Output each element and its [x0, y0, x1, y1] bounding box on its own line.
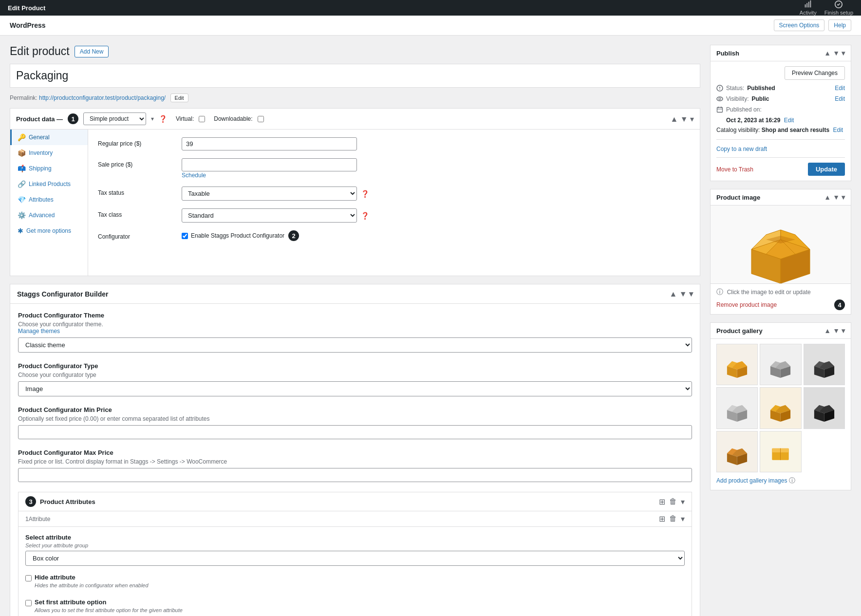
copy-attribute-icon[interactable]: ⊞: [659, 497, 665, 506]
published-edit-link[interactable]: Edit: [784, 117, 794, 124]
type-select[interactable]: Image 3D Model Text Color: [18, 381, 692, 396]
staggs-builder-title: Staggs Configurator Builder: [17, 290, 108, 298]
info-icon: ⓘ: [716, 288, 723, 296]
chevron-down-icon: ▼: [833, 49, 840, 57]
hide-attribute-checkbox[interactable]: [25, 575, 32, 581]
tab-linked-products[interactable]: 🔗 Linked Products: [10, 176, 88, 192]
configurator-checkbox[interactable]: [182, 233, 188, 239]
tax-class-select[interactable]: Standard Reduced rate Zero rate: [182, 208, 357, 223]
visibility-edit-link[interactable]: Edit: [835, 95, 845, 102]
collapse-icon[interactable]: ▾: [681, 514, 685, 523]
status-label-group: Status: Published: [716, 85, 775, 92]
screen-options-button[interactable]: Screen Options: [774, 19, 825, 31]
expand-attribute-icon[interactable]: ▾: [681, 497, 685, 506]
schedule-link[interactable]: Schedule: [182, 172, 206, 179]
diamond-icon: 💎: [18, 196, 26, 204]
configurator-checkbox-row: Enable Staggs Product Configurator: [182, 232, 284, 239]
select-attribute-select[interactable]: Box color Box size Material: [25, 551, 685, 566]
product-gallery-panel: Product gallery ▲ ▼ ▾: [710, 322, 851, 490]
product-data-wrap: 🔑 General 📦 Inventory 📫 Shipping 🔗 Linke…: [10, 130, 700, 276]
catalog-label: Catalog visibility:: [716, 127, 760, 133]
chevron-up-icon: ▲: [824, 49, 831, 57]
catalog-value: Shop and search results: [762, 127, 829, 133]
gallery-thumb-1[interactable]: [716, 344, 758, 385]
sale-price-input[interactable]: [182, 158, 357, 171]
copy-icon[interactable]: ⊞: [659, 514, 665, 523]
downloadable-checkbox[interactable]: [258, 116, 264, 122]
product-data-tabs: 🔑 General 📦 Inventory 📫 Shipping 🔗 Linke…: [10, 130, 88, 276]
add-gallery-link[interactable]: Add product gallery images: [716, 477, 787, 484]
preview-row: Preview Changes: [716, 66, 845, 85]
tax-class-help-icon[interactable]: ❓: [361, 212, 369, 220]
published-label-group: Published on:: [716, 106, 762, 113]
main-column: Edit product Add New Permalink: http://p…: [10, 45, 700, 616]
gallery-thumb-8[interactable]: [760, 431, 801, 472]
gallery-thumb-3[interactable]: [804, 344, 845, 385]
min-price-label: Product Configurator Min Price: [18, 406, 692, 413]
gallery-thumb-5[interactable]: [760, 387, 801, 429]
sale-price-label: Sale price ($): [98, 158, 176, 168]
help-button[interactable]: Help: [828, 19, 851, 31]
catalog-edit-link[interactable]: Edit: [833, 127, 843, 133]
attribute-row-header: 1 Attribute ⊞ 🗑 ▾: [19, 511, 692, 527]
product-image-area[interactable]: [711, 205, 851, 284]
min-price-input[interactable]: [18, 425, 692, 439]
tab-general[interactable]: 🔑 General: [10, 130, 88, 145]
regular-price-input[interactable]: [182, 137, 357, 150]
virtual-checkbox[interactable]: [199, 116, 205, 122]
help-icon-product-type[interactable]: ❓: [159, 115, 167, 123]
delete-attribute-icon[interactable]: 🗑: [669, 497, 677, 506]
add-new-button[interactable]: Add New: [75, 46, 109, 57]
theme-select[interactable]: Classic theme Modern theme Minimal theme: [18, 337, 692, 353]
side-column: Publish ▲ ▼ ▾ Preview Changes: [710, 45, 851, 616]
regular-price-label: Regular price ($): [98, 137, 176, 147]
remove-product-image-link[interactable]: Remove product image: [716, 301, 777, 308]
product-title-input[interactable]: [16, 68, 694, 83]
product-type-select[interactable]: Simple product Variable product Grouped …: [83, 112, 146, 125]
max-price-input[interactable]: [18, 468, 692, 482]
copy-draft-link[interactable]: Copy to a new draft: [716, 146, 845, 152]
catalog-row: Catalog visibility: Shop and search resu…: [716, 127, 845, 133]
permalink-edit-button[interactable]: Edit: [170, 93, 188, 102]
publish-panel-controls[interactable]: ▲ ▼ ▾: [824, 49, 845, 57]
product-data-collapse-controls[interactable]: ▲ ▼ ▾: [670, 114, 694, 124]
svg-rect-10: [717, 108, 723, 112]
calendar-icon: [716, 106, 723, 113]
gallery-thumb-4[interactable]: [716, 387, 758, 429]
tab-advanced[interactable]: ⚙️ Advanced: [10, 207, 88, 223]
activity-button[interactable]: Activity: [800, 0, 817, 16]
publish-divider: [716, 139, 845, 140]
set-first-desc: Allows you to set the first attribute op…: [35, 607, 183, 613]
tab-attributes[interactable]: 💎 Attributes: [10, 192, 88, 207]
permalink-bar: Permalink: http://productconfigurator.te…: [10, 93, 700, 102]
product-image-controls[interactable]: ▲ ▼ ▾: [824, 193, 845, 201]
move-to-trash-link[interactable]: Move to Trash: [716, 166, 753, 173]
gallery-thumb-2[interactable]: [760, 344, 801, 385]
tab-get-more[interactable]: ✱ Get more options: [10, 223, 88, 239]
manage-themes-link[interactable]: Manage themes: [18, 328, 60, 335]
attributes-actions: ⊞ 🗑 ▾: [659, 497, 685, 506]
triangle-icon-gal: ▾: [842, 327, 845, 335]
set-first-checkbox[interactable]: [25, 600, 32, 606]
tax-status-select[interactable]: Taxable Shipping only None: [182, 187, 357, 201]
tab-shipping[interactable]: 📫 Shipping: [10, 161, 88, 176]
product-image-info: ⓘ Click the image to edit or update Remo…: [711, 284, 851, 314]
trash-icon[interactable]: 🗑: [669, 514, 677, 523]
tab-inventory[interactable]: 📦 Inventory: [10, 145, 88, 161]
permalink-url[interactable]: http://productconfigurator.test/product/…: [39, 94, 166, 101]
staggs-collapse-controls[interactable]: ▲ ▼ ▾: [669, 289, 693, 299]
product-image-header: Product image ▲ ▼ ▾: [711, 189, 851, 205]
finish-setup-button[interactable]: Finish setup: [824, 0, 853, 16]
preview-changes-button[interactable]: Preview Changes: [785, 66, 845, 80]
visibility-value: Public: [751, 95, 769, 102]
gallery-box-6: [811, 395, 838, 422]
status-edit-link[interactable]: Edit: [835, 85, 845, 92]
gallery-thumb-6[interactable]: [804, 387, 845, 429]
attributes-header: 3 Product Attributes ⊞ 🗑 ▾: [19, 492, 692, 511]
tax-status-help-icon[interactable]: ❓: [361, 190, 369, 198]
tab-general-label: General: [29, 134, 50, 141]
update-button[interactable]: Update: [808, 163, 845, 176]
product-gallery-controls[interactable]: ▲ ▼ ▾: [824, 327, 845, 335]
tab-get-more-label: Get more options: [26, 227, 71, 234]
gallery-thumb-7[interactable]: [716, 431, 758, 472]
